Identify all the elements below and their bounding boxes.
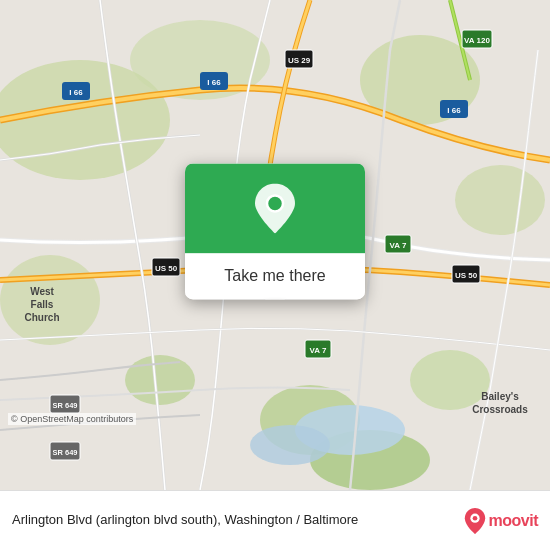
svg-text:I 66: I 66 (207, 78, 221, 87)
svg-point-6 (410, 350, 490, 410)
svg-text:US 50: US 50 (455, 271, 478, 280)
svg-text:US 50: US 50 (155, 264, 178, 273)
svg-point-9 (455, 165, 545, 235)
moovit-pin-icon (464, 508, 486, 534)
location-text: Arlington Blvd (arlington blvd south), W… (12, 512, 456, 529)
take-me-there-button[interactable]: Take me there (185, 253, 365, 299)
bottom-bar: Arlington Blvd (arlington blvd south), W… (0, 490, 550, 550)
svg-text:VA 7: VA 7 (310, 346, 327, 355)
svg-text:West: West (30, 286, 54, 297)
svg-point-8 (125, 355, 195, 405)
svg-text:Falls: Falls (31, 299, 54, 310)
svg-point-43 (472, 515, 477, 520)
svg-text:SR 649: SR 649 (52, 401, 77, 410)
svg-point-41 (267, 195, 283, 211)
svg-text:VA 120: VA 120 (464, 36, 490, 45)
svg-text:SR 649: SR 649 (52, 448, 77, 457)
svg-text:I 66: I 66 (447, 106, 461, 115)
moovit-brand-text: moovit (489, 512, 538, 530)
svg-point-11 (250, 425, 330, 465)
svg-text:Bailey's: Bailey's (481, 391, 519, 402)
svg-text:Crossroads: Crossroads (472, 404, 528, 415)
svg-text:VA 7: VA 7 (390, 241, 407, 250)
map-pin-icon (255, 183, 295, 233)
moovit-logo: moovit (464, 508, 538, 534)
svg-text:Church: Church (25, 312, 60, 323)
popup-card: Take me there (185, 163, 365, 299)
svg-text:US 29: US 29 (288, 56, 311, 65)
copyright-text: © OpenStreetMap contributors (8, 413, 136, 425)
map-area: I 66 I 66 I 66 US 29 US 50 US 50 VA 7 VA… (0, 0, 550, 490)
popup-map-icon-area (185, 163, 365, 253)
svg-text:I 66: I 66 (69, 88, 83, 97)
